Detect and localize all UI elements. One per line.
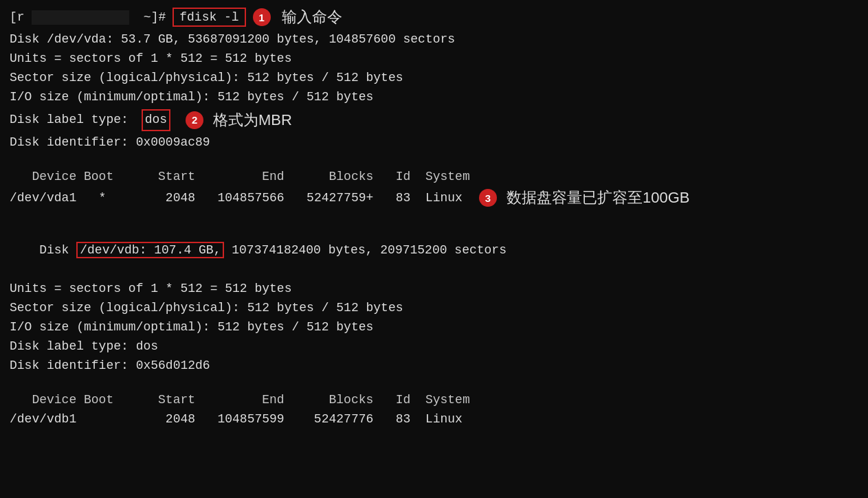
annotation-mbr: 格式为MBR: [213, 109, 292, 132]
annotation-capacity: 数据盘容量已扩容至100GB: [507, 186, 690, 210]
prompt-line: [r ~]# fdisk -l 1 输入命令: [10, 7, 858, 27]
vda-label-type-line: Disk label type: dos 2 格式为MBR: [10, 109, 858, 132]
prompt-tilde-hash: ~]#: [136, 10, 166, 24]
vdb-line1: Disk /dev/vdb: 107.4 GB, 107374182400 by…: [10, 223, 858, 280]
vda-identifier: Disk identifier: 0x0009ac89: [10, 133, 858, 152]
vda-table-header: Device Boot Start End Blocks Id System: [10, 168, 858, 187]
badge-1: 1: [253, 8, 271, 26]
annotation-input-command: 输入命令: [282, 7, 342, 27]
vdb-identifier: Disk identifier: 0x56d012d6: [10, 356, 858, 376]
vda1-data-end: 104857566 52427759+ 83 Linux: [217, 189, 462, 208]
vda-line2: Units = sectors of 1 * 512 = 512 bytes: [10, 49, 858, 69]
fdisk-command: fdisk -l: [173, 8, 245, 27]
vda-line3: Sector size (logical/physical): 512 byte…: [10, 69, 858, 88]
vdb-highlight: /dev/vdb: 107.4 GB,: [76, 242, 224, 258]
vda1-data-pre: /dev/vda1 * 2048: [10, 189, 217, 208]
vdb-line4: I/O size (minimum/optimal): 512 bytes / …: [10, 318, 858, 337]
disk-label-value: dos: [142, 109, 170, 131]
terminal-window: { "header": { "prompt_bracket_open": "[r…: [0, 0, 868, 498]
vdb-line5: Disk label type: dos: [10, 337, 858, 356]
prompt-open: [r: [10, 10, 25, 24]
user-host-blurred: [32, 10, 129, 25]
vda-line4: I/O size (minimum/optimal): 512 bytes / …: [10, 88, 858, 107]
vda-line1: Disk /dev/vda: 53.7 GB, 53687091200 byte…: [10, 30, 858, 49]
vdb-table-header: Device Boot Start End Blocks Id System: [10, 391, 858, 410]
vdb-disk-prefix: Disk: [39, 243, 76, 257]
vdb-line3: Sector size (logical/physical): 512 byte…: [10, 299, 858, 318]
badge-3: 3: [479, 189, 497, 207]
vdb-line2: Units = sectors of 1 * 512 = 512 bytes: [10, 280, 858, 299]
vda1-row: /dev/vda1 * 2048 104857566 52427759+ 83 …: [10, 186, 858, 210]
vdb1-row: /dev/vdb1 2048 104857599 52427776 83 Lin…: [10, 410, 858, 429]
disk-label-prefix: Disk label type:: [10, 111, 136, 130]
vdb-rest: 107374182400 bytes, 209715200 sectors: [224, 243, 506, 257]
badge-2: 2: [186, 111, 203, 129]
